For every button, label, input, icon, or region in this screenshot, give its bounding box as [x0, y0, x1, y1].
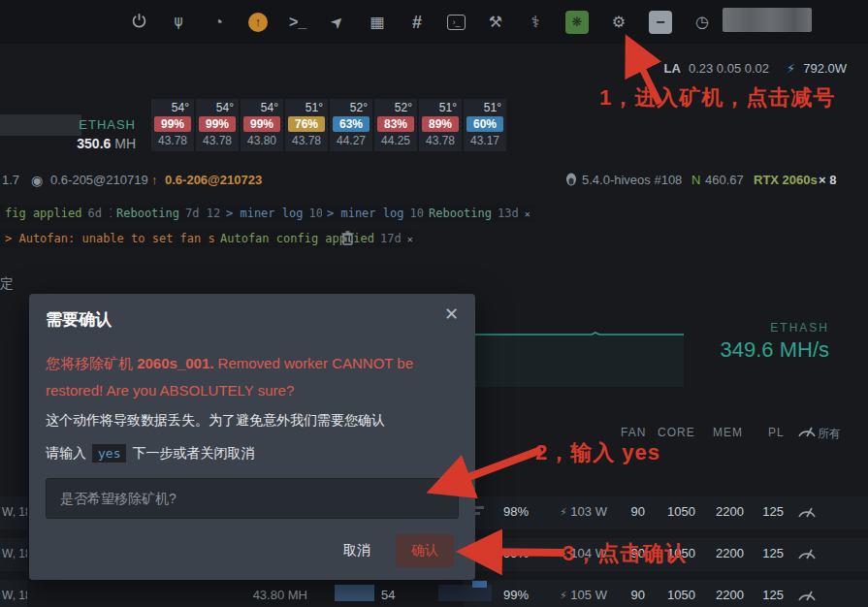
- gpu-count: × 8: [819, 173, 836, 187]
- bolt-icon: ⚡: [560, 590, 567, 601]
- temp-bar: [335, 585, 374, 601]
- power-bolt-icon: ⚡: [787, 61, 795, 76]
- tag-close-icon[interactable]: ✕: [525, 208, 530, 219]
- la-values: 0.23 0.05 0.02: [689, 61, 769, 76]
- hashrate-icon[interactable]: #: [407, 14, 427, 31]
- power-limit: 125: [750, 546, 784, 560]
- tools-icon[interactable]: ⚙: [609, 15, 628, 30]
- modal-close-icon[interactable]: ✕: [444, 304, 459, 325]
- gpu-model: RTX 2060s: [754, 173, 818, 187]
- cancel-button[interactable]: 取消: [343, 542, 370, 559]
- maintenance-icon[interactable]: ⚒: [486, 15, 505, 30]
- yes-code-chip: yes: [92, 444, 126, 463]
- mem-clock: 2200: [705, 546, 744, 560]
- confirm-input[interactable]: [46, 478, 459, 519]
- gpu-power: ⚡ 103 W: [560, 504, 607, 519]
- col-header-core: CORE: [658, 426, 695, 439]
- agent-upgrade-version[interactable]: 0.6-206@210723: [165, 173, 262, 187]
- fan-setting: 90: [609, 588, 645, 602]
- doctor-icon[interactable]: ⚕: [526, 15, 545, 30]
- col-header-all: 所有: [818, 426, 841, 442]
- linux-penguin-icon: [565, 173, 577, 189]
- confirm-remove-modal: 需要确认 ✕ 您将移除矿机 2060s_001. Removed worker …: [29, 294, 475, 580]
- mem-clock: 2200: [705, 504, 744, 519]
- gpu-cell[interactable]: 51°89%43.78: [419, 99, 462, 151]
- worker-hashrate: 349.6 MH/s: [721, 337, 830, 363]
- power-icon[interactable]: [129, 13, 148, 32]
- fan-percent: 98%: [490, 504, 529, 519]
- gpu-cell[interactable]: 51°60%43.17: [464, 99, 506, 151]
- summary-hashrate: 350.6 MH: [29, 136, 136, 151]
- fan-percent: 99%: [490, 588, 529, 602]
- modal-info-text: 这个动作将导致数据丢失。为了避免意外我们需要您确认: [46, 412, 459, 430]
- total-power: 792.0W: [803, 61, 847, 76]
- gpu-cell[interactable]: 54°99%43.78: [151, 99, 194, 151]
- agent-version: 0.6-205@210719: [50, 173, 148, 187]
- schedule-icon[interactable]: ◔: [209, 15, 228, 30]
- hiveos-worker-page: ⋔ ◔ ↑ >_ ➤ ▦ # ›_ ⚒ ⚕ ❋ ⚙ − ◷ ↻ LA 0.23 …: [0, 0, 868, 607]
- hive-shell-icon[interactable]: >_: [288, 15, 307, 30]
- gpu-cell[interactable]: 52°63%44.27: [330, 99, 372, 151]
- col-header-pl: PL: [768, 426, 785, 439]
- mem-clock: 2200: [705, 588, 744, 602]
- modal-prompt: 请输入 yes 下一步或者关闭取消: [46, 444, 254, 463]
- upgrade-icon[interactable]: ↑: [248, 13, 268, 32]
- boost-rocket-icon[interactable]: ➤: [325, 10, 349, 34]
- event-tag[interactable]: Rebooting13d✕: [424, 205, 535, 222]
- hive-agent-icon: ◉: [31, 173, 43, 188]
- oc-gauge-icon[interactable]: [797, 546, 817, 564]
- core-clock: 1050: [657, 588, 695, 602]
- oc-gauge-icon[interactable]: [797, 588, 817, 606]
- bolt-icon: ⚡: [560, 506, 567, 518]
- fan-setting: 90: [609, 504, 645, 519]
- oc-gauge-icon[interactable]: [797, 504, 817, 523]
- gpu-power: ⚡ 105 W: [560, 588, 607, 602]
- autofan-icon[interactable]: ❋: [565, 11, 589, 34]
- power-limit: 125: [750, 588, 784, 602]
- annotation-arrow-2: [427, 438, 553, 498]
- power-limit: 125: [750, 504, 784, 519]
- watchdog-icon[interactable]: ◷: [692, 15, 712, 30]
- annotation-arrow-3: [464, 539, 572, 566]
- remote-console-icon[interactable]: ›_: [447, 15, 466, 30]
- fan-sparkbar: [472, 581, 487, 588]
- left-fragment: 1.7: [2, 173, 19, 187]
- gpu-cell[interactable]: 51°76%43.78: [285, 99, 328, 151]
- summary-algo: ETHASH: [56, 117, 136, 132]
- oc-gauge-header-icon[interactable]: [797, 424, 817, 442]
- gpu-temp: 54: [381, 588, 404, 602]
- upgrade-arrow-icon: ↑: [151, 173, 158, 187]
- annotation-arrow-1: [621, 43, 671, 111]
- annotation-step2: 2，输入 yes: [535, 438, 660, 467]
- confirm-button[interactable]: 确认: [396, 534, 454, 567]
- modal-warning-text: 您将移除矿机 2060s_001. Removed worker CANNOT …: [46, 350, 459, 404]
- driver-version: 460.67: [705, 173, 744, 187]
- col-header-fan: FAN: [621, 426, 646, 439]
- left-edge-text-fragment: 定: [0, 275, 14, 293]
- row-left-fragment: W, 18: [0, 496, 27, 529]
- clear-events-trash-icon[interactable]: [341, 231, 354, 249]
- col-header-mem: MEM: [713, 426, 743, 439]
- worker-algo: ETHASH: [770, 321, 829, 335]
- driver-label: N: [691, 173, 700, 187]
- versions-row: 1.7 ◉ 0.6-205@210719 ↑ 0.6-206@210723 5.…: [0, 173, 868, 192]
- annotation-step3: 3，点击确认: [563, 539, 687, 568]
- core-clock: 1050: [657, 504, 695, 519]
- modal-title: 需要确认: [46, 308, 112, 331]
- remove-worker-minus-icon[interactable]: −: [649, 11, 672, 34]
- gpu-summary-cells: 54°99%43.78 54°99%43.78 54°99%43.80 51°7…: [151, 99, 506, 151]
- gpu-cell[interactable]: 54°99%43.80: [241, 99, 283, 151]
- redacted-account-name: [723, 8, 812, 32]
- gpu-cell[interactable]: 54°99%43.78: [196, 99, 239, 151]
- tag-close-icon[interactable]: ✕: [407, 234, 413, 244]
- gpu-cell[interactable]: 52°83%44.25: [374, 99, 417, 151]
- row-left-fragment: W, 184 W: [0, 580, 27, 607]
- gpu-hashrate: 43.80 MH: [238, 588, 307, 602]
- row-left-fragment: W, 18: [0, 538, 27, 571]
- kernel-version: 5.4.0-hiveos #108: [582, 173, 682, 187]
- toolbar: ⋔ ◔ ↑ >_ ➤ ▦ # ›_ ⚒ ⚕ ❋ ⚙ − ◷ ↻: [0, 0, 868, 44]
- firmware-icon[interactable]: ▦: [368, 15, 387, 30]
- worker-name: 2060s_001.: [137, 355, 213, 371]
- reboot-icon[interactable]: ⋔: [169, 15, 188, 30]
- event-tag[interactable]: Autofan config applied17d✕: [215, 230, 418, 247]
